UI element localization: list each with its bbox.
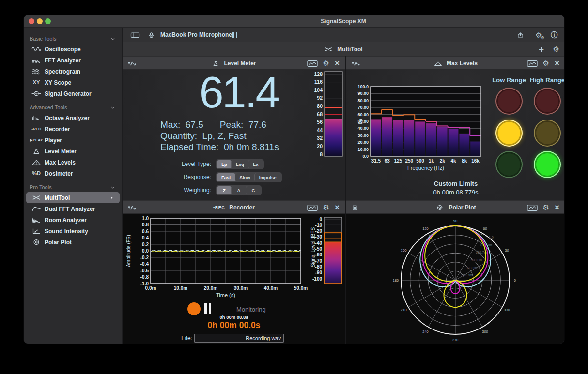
segment-option-impulse[interactable]: Impulse [255, 173, 281, 181]
record-button[interactable] [187, 302, 201, 315]
segment-option-c[interactable]: C [246, 186, 261, 194]
light-low-red-off [495, 88, 523, 115]
file-label: File: [181, 335, 192, 342]
sidebar-item-max-levels[interactable]: Max Levels [24, 157, 122, 168]
multitool-settings-icon[interactable]: ⚙ [553, 42, 559, 56]
svg-text:-30: -30 [315, 234, 323, 239]
sidebar-item-octave-analyzer[interactable]: Octave Analyzer [24, 112, 122, 123]
polar-icon [28, 239, 45, 245]
chart-view-icon[interactable] [307, 204, 318, 211]
minimize-window-button[interactable] [37, 18, 43, 24]
polar-chart: 03060901201501802102402703003301.0833.3m… [346, 214, 565, 344]
input-device-selector[interactable]: MacBook Pro Microphone [160, 28, 232, 42]
sidebar-item-label: Polar Plot [45, 239, 72, 246]
sidebar-item-polar-plot[interactable]: Polar Plot [24, 237, 122, 248]
sidebar-item-dual-fft-analyzer[interactable]: Dual FFT Analyzer [24, 203, 122, 214]
light-high-green-on [534, 151, 561, 178]
app-window: SignalScope XM Basic ToolsOscilloscopeFF… [23, 15, 565, 344]
settings-gears-icon[interactable]: ⚙⚙ [536, 28, 542, 42]
transport-pause-button[interactable] [204, 303, 211, 314]
chart-view-icon[interactable] [527, 60, 538, 67]
sidebar-item-fft-analyzer[interactable]: FFT Analyzer [24, 55, 122, 66]
microphone-icon[interactable] [147, 28, 155, 42]
svg-text:40.0m: 40.0m [264, 285, 278, 291]
panel-settings-icon[interactable]: ⚙ [543, 59, 549, 68]
multitool-icon [28, 194, 45, 201]
recorder-title: Recorder [229, 204, 255, 211]
close-panel-icon[interactable]: × [555, 59, 559, 68]
chevron-down-icon[interactable] [109, 105, 116, 110]
zoom-window-button[interactable] [45, 18, 51, 24]
sidebar-item-recorder[interactable]: •RECRecorder [24, 123, 122, 135]
sidebar-section-header[interactable]: Advanced Tools [24, 103, 122, 112]
sidebar-section-header[interactable]: Basic Tools [24, 34, 122, 44]
close-panel-icon[interactable]: × [335, 59, 340, 68]
add-tool-icon[interactable]: + [539, 42, 544, 56]
chart-view-icon[interactable] [527, 204, 538, 211]
segment-option-fast[interactable]: Fast [217, 173, 235, 181]
svg-text:333.3m: 333.3m [466, 266, 478, 269]
svg-text:20.00: 20.00 [357, 140, 369, 145]
segment-option-slow[interactable]: Slow [235, 173, 255, 181]
sidebar-item-xy-scope[interactable]: XYXY Scope [24, 77, 122, 88]
sidebar-item-signal-generator[interactable]: Signal Generator [24, 88, 122, 99]
panel-settings-icon[interactable]: ⚙ [543, 203, 549, 212]
file-name-input[interactable] [194, 334, 284, 343]
sidebar-item-level-meter[interactable]: Level Meter [24, 146, 122, 157]
svg-text:0.4: 0.4 [142, 235, 149, 240]
svg-text:92: 92 [317, 95, 323, 101]
panel-settings-icon[interactable]: ⚙ [323, 203, 329, 212]
spectrogram-icon [28, 68, 45, 75]
svg-text:128: 128 [314, 71, 323, 77]
segment-option-lx[interactable]: Lx [248, 160, 263, 168]
svg-text:270: 270 [452, 338, 459, 342]
chevron-down-icon[interactable] [109, 37, 116, 41]
svg-text:-0.6: -0.6 [140, 268, 149, 273]
svg-text:-70: -70 [315, 258, 323, 264]
segment-option-z[interactable]: Z [217, 186, 232, 194]
svg-text:70.00: 70.00 [357, 105, 369, 110]
svg-text:0: 0 [514, 278, 516, 283]
close-panel-icon[interactable]: × [335, 203, 340, 212]
close-panel-icon[interactable]: × [555, 203, 559, 212]
chart-view-icon[interactable] [307, 60, 318, 67]
svg-text:0.2: 0.2 [142, 242, 149, 247]
sidebar-toggle-icon[interactable] [130, 28, 140, 42]
svg-text:1.0: 1.0 [489, 236, 494, 239]
arrow-right-icon[interactable] [109, 196, 115, 200]
sidebar-item-player[interactable]: ▶PLAYPlayer [24, 135, 122, 146]
svg-text:-60: -60 [315, 252, 323, 257]
svg-text:-0.2: -0.2 [140, 255, 149, 260]
svg-text:-40: -40 [315, 240, 323, 246]
close-window-button[interactable] [29, 18, 34, 24]
sidebar-item-spectrogram[interactable]: Spectrogram [24, 66, 122, 77]
svg-text:-80: -80 [315, 264, 323, 269]
info-icon[interactable]: ⓘ [551, 28, 557, 42]
segment-option-a[interactable]: A [232, 186, 246, 194]
pause-input-button[interactable] [232, 28, 237, 42]
sidebar-item-room-analyzer[interactable]: Room Analyzer [24, 214, 122, 225]
svg-text:250: 250 [405, 158, 413, 164]
rec-icon: •REC [28, 127, 45, 131]
svg-text:Lp: Lp [358, 119, 363, 124]
svg-text:500.0m: 500.0m [471, 258, 482, 262]
sidebar-item-multitool[interactable]: MultiTool [26, 192, 120, 203]
chevron-down-icon[interactable] [109, 185, 116, 190]
segment-option-leq[interactable]: Leq [232, 160, 248, 168]
play-icon: ▶PLAY [28, 138, 45, 142]
sidebar-item-dosimeter[interactable]: %DDosimeter [24, 168, 122, 179]
segmented-control: FastSlowImpulse [216, 172, 282, 182]
svg-text:150: 150 [401, 248, 407, 253]
custom-limits-label: Custom Limits [401, 180, 511, 187]
sidebar-section-header[interactable]: Pro Tools [24, 182, 122, 192]
sidebar-item-oscilloscope[interactable]: Oscilloscope [24, 44, 122, 55]
share-icon[interactable] [516, 28, 525, 42]
svg-text:500: 500 [416, 158, 424, 164]
svg-text:0.8: 0.8 [142, 222, 149, 227]
sidebar-item-sound-intensity[interactable]: Sound Intensity [24, 225, 122, 237]
segment-option-lp[interactable]: Lp [217, 160, 232, 168]
panel-settings-icon[interactable]: ⚙ [323, 59, 329, 68]
recorder-body: 1.00.80.60.40.20.0-0.2-0.4-0.6-0.8-1.00.… [123, 214, 345, 344]
multitool-icon [324, 46, 333, 52]
svg-text:180: 180 [393, 278, 399, 283]
